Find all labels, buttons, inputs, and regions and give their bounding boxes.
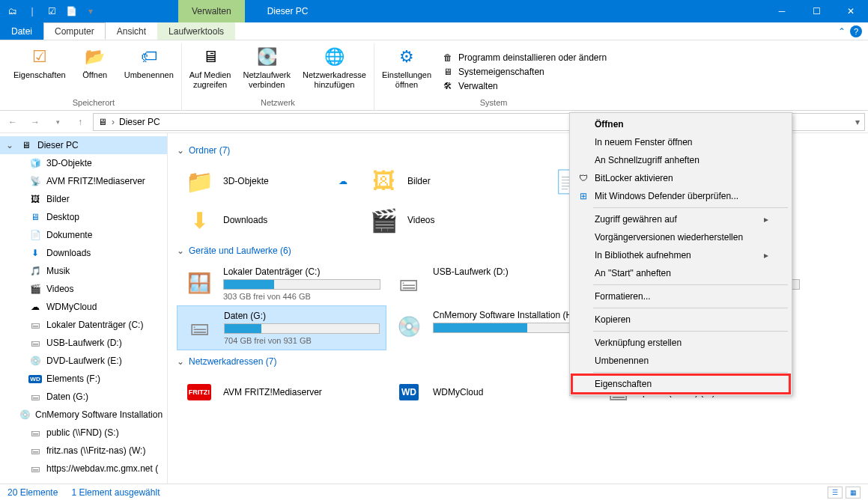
ribbon-open-settings-button[interactable]: ⚙ Einstellungen öffnen [380, 43, 433, 97]
sidebar-item-usb-d[interactable]: 🖴USB-Laufwerk (D:) [0, 334, 167, 352]
new-folder-qat-icon[interactable]: 📄 [64, 4, 78, 18]
ribbon-media-access-button[interactable]: 🖥 Auf Medien zugreifen [188, 43, 233, 97]
disc-icon: 💿 [392, 310, 425, 343]
view-large-icons-button[interactable]: ▦ [846, 487, 861, 499]
cm-properties[interactable]: Eigenschaften [572, 375, 789, 393]
sidebar-item-dvd-e[interactable]: 💿DVD-Laufwerk (E:) [0, 352, 167, 370]
cm-bitlocker[interactable]: 🛡BitLocker aktivieren [572, 169, 789, 187]
net-fritz-mediaserver[interactable]: FRITZ! AVM FRITZ!Mediaserver [177, 373, 386, 412]
folder-downloads[interactable]: ⬇ Downloads [177, 201, 361, 240]
ribbon-open-button[interactable]: 📂 Öffnen [76, 43, 114, 97]
sidebar-item-videos[interactable]: 🎬Videos [0, 280, 167, 298]
hdd-icon: 🖴 [28, 390, 42, 403]
minimize-button[interactable]: ─ [765, 0, 799, 22]
ribbon-rename-button[interactable]: 🏷 Umbenennen [123, 43, 175, 97]
tab-view[interactable]: Ansicht [106, 22, 157, 40]
ribbon-uninstall-button[interactable]: 🗑 Programm deinstallieren oder ändern [442, 52, 607, 64]
sidebar-item-desktop[interactable]: 🖥Desktop [0, 208, 167, 226]
sidebar-item-3d-objects[interactable]: 🧊3D-Objekte [0, 154, 167, 172]
sidebar-item-daten-g[interactable]: 🖴Daten (G:) [0, 388, 167, 406]
sidebar-root-this-pc[interactable]: ⌄ 🖥 Dieser PC [0, 136, 167, 154]
sidebar-item-pictures[interactable]: 🖼Bilder [0, 190, 167, 208]
cm-grant-access[interactable]: Zugriff gewähren auf▸ [572, 210, 789, 228]
sidebar-item-wdmycloud[interactable]: ☁WDMyCloud [0, 298, 167, 316]
cm-defender[interactable]: ⊞Mit Windows Defender überprüfen... [572, 187, 789, 205]
nav-up-button[interactable]: ↑ [70, 112, 90, 132]
uninstall-icon: 🗑 [442, 52, 454, 64]
folder-icon: 📁 [183, 166, 216, 196]
sidebar-item-public-s[interactable]: 🖴public (\\FND) (S:) [0, 424, 167, 442]
net-drive-icon: 🖴 [28, 426, 42, 439]
cm-open-new-window[interactable]: In neuem Fenster öffnen [572, 133, 789, 151]
titlebar: 🗂 | ☑ 📄 ▾ Verwalten Dieser PC ─ ☐ ✕ [0, 0, 868, 22]
ribbon-add-net-addr-button[interactable]: 🌐 Netzwerkadresse hinzufügen [301, 43, 368, 97]
usb-icon: 🖴 [28, 336, 42, 350]
tab-computer[interactable]: Computer [43, 22, 106, 40]
qat-dropdown-icon[interactable]: ▾ [84, 4, 97, 18]
drive-usb-d[interactable]: 🖴 USB-Laufwerk (D:) [386, 262, 596, 305]
cm-rename[interactable]: Umbenennen [572, 352, 789, 370]
window-title: Dieser PC [267, 6, 309, 16]
net-addr-icon: 🌐 [323, 45, 347, 69]
close-button[interactable]: ✕ [834, 0, 868, 22]
submenu-arrow-icon: ▸ [764, 214, 768, 225]
ribbon-group-network: Netzwerk [261, 97, 295, 110]
folder-3d-objects[interactable]: 📁 3D-Objekte ☁ [177, 162, 361, 201]
expand-icon[interactable]: ⌄ [6, 140, 15, 150]
sidebar-item-elements-f[interactable]: WDElements (F:) [0, 370, 167, 388]
sidebar-item-fritz-nas-w[interactable]: 🖴fritz.nas (\\Fritz-nas) (W:) [0, 442, 167, 460]
folder-pictures[interactable]: 🖼 Bilder [361, 162, 545, 201]
ribbon-collapse-icon[interactable]: ⌃ [838, 26, 846, 37]
nav-recent-dropdown[interactable]: ▾ [48, 112, 67, 132]
properties-qat-icon[interactable]: ☑ [45, 4, 58, 18]
sidebar-item-fritz-media[interactable]: 📡AVM FRITZ!Mediaserver [0, 172, 167, 190]
sidebar-item-documents[interactable]: 📄Dokumente [0, 226, 167, 244]
cm-separator [593, 207, 788, 208]
ribbon-sys-props-button[interactable]: 🖥 Systemeigenschaften [442, 66, 607, 78]
tab-drive-tools[interactable]: Laufwerktools [157, 22, 235, 40]
cm-separator [593, 331, 788, 332]
cm-add-to-library[interactable]: In Bibliothek aufnehmen▸ [572, 246, 789, 264]
ribbon-tabs: Datei Computer Ansicht Laufwerktools ⌃ ? [0, 22, 868, 40]
drive-daten-g[interactable]: 🖴 Daten (G:) 704 GB frei von 931 GB [177, 305, 386, 350]
breadcrumb-location[interactable]: Dieser PC [119, 117, 160, 127]
sidebar-item-webdav[interactable]: 🖴https://webdav.mc.gmx.net ( [0, 460, 167, 478]
nav-back-button[interactable]: ← [3, 112, 22, 132]
cm-pin-start[interactable]: An "Start" anheften [572, 264, 789, 282]
tab-file[interactable]: Datei [0, 22, 43, 40]
address-dropdown-icon[interactable]: ▾ [855, 117, 860, 127]
cm-format[interactable]: Formatieren... [572, 287, 789, 305]
explorer-icon: 🗂 [6, 4, 19, 18]
sys-props-icon: 🖥 [442, 66, 454, 78]
help-icon[interactable]: ? [850, 25, 862, 37]
downloads-folder-icon: ⬇ [183, 205, 216, 235]
ribbon-group-system: System [480, 97, 508, 110]
ribbon-manage-button[interactable]: 🛠 Verwalten [442, 80, 607, 92]
sidebar-item-local-disk-c[interactable]: 🖴Lokaler Datenträger (C:) [0, 316, 167, 334]
cm-open[interactable]: Öffnen [572, 115, 789, 133]
cm-create-shortcut[interactable]: Verknüpfung erstellen [572, 334, 789, 352]
videos-folder-icon: 🎬 [367, 205, 400, 235]
cm-copy[interactable]: Kopieren [572, 311, 789, 329]
cm-restore-versions[interactable]: Vorgängerversionen wiederherstellen [572, 228, 789, 246]
drive-cnmemory-h[interactable]: 💿 CnMemory Software Installation (H:) [386, 305, 596, 350]
view-details-button[interactable]: ☰ [828, 487, 843, 499]
sidebar-item-cnmemory[interactable]: 💿CnMemory Software Installation [0, 406, 167, 424]
ribbon-map-drive-button[interactable]: 💽 Netzlaufwerk verbinden [241, 43, 292, 97]
pc-icon: 🖥 [98, 117, 107, 127]
net-wdmycloud[interactable]: WD WDMyCloud [386, 373, 596, 412]
cm-separator [593, 308, 788, 308]
folder-videos[interactable]: 🎬 Videos [361, 201, 545, 240]
ribbon-properties-button[interactable]: ☑ Eigenschaften [12, 43, 67, 97]
qat-separator: | [25, 4, 39, 18]
cloud-drive-icon: ☁ [28, 300, 42, 314]
pictures-icon: 🖼 [28, 192, 42, 206]
maximize-button[interactable]: ☐ [799, 0, 834, 22]
shield-icon: 🛡 [577, 171, 590, 185]
drive-local-c[interactable]: 🪟 Lokaler Datenträger (C:) 303 GB frei v… [177, 262, 386, 305]
pictures-folder-icon: 🖼 [367, 166, 400, 196]
sidebar-item-downloads[interactable]: ⬇Downloads [0, 244, 167, 262]
sidebar-item-music[interactable]: 🎵Musik [0, 262, 167, 280]
nav-forward-button[interactable]: → [25, 112, 45, 132]
cm-pin-quick-access[interactable]: An Schnellzugriff anheften [572, 151, 789, 169]
